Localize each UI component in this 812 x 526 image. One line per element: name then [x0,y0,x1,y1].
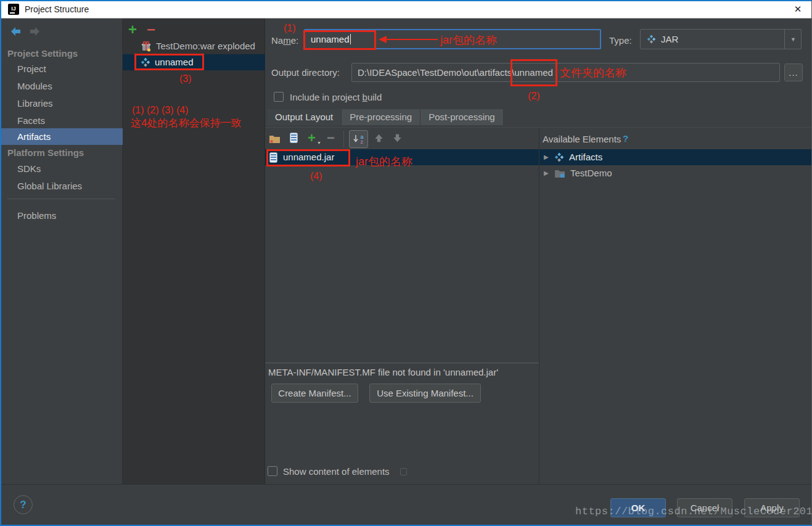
window-border-top [0,0,812,1]
ok-button[interactable]: OK [610,498,666,517]
remove-element-icon[interactable]: − [327,130,335,146]
artifact-item-war-exploded[interactable]: TestDemo:war exploded [123,38,265,54]
create-manifest-button[interactable]: Create Manifest... [271,384,358,403]
include-in-project-build-checkbox[interactable] [274,92,284,102]
toolbar-separator [343,131,344,147]
available-row-label: TestDemo [570,165,612,181]
output-directory-input[interactable]: D:\IDEASpace\TestDemo\out\artifacts\unna… [351,63,780,82]
settings-sidebar: Project Settings Project Modules Librari… [0,18,123,485]
window-border-left [0,0,1,526]
tab-pre-processing[interactable]: Pre-processing [342,109,420,125]
apply-button[interactable]: Apply [744,498,800,517]
available-row-testdemo[interactable]: ▶ TestDemo [539,165,812,181]
tab-output-layout[interactable]: Output Layout [267,109,342,125]
preview-icon [400,468,407,475]
annotation-n2: (2) [528,91,540,102]
artifact-item-label: TestDemo:war exploded [156,38,255,54]
forward-icon[interactable] [28,26,41,39]
add-element-icon[interactable]: + [308,130,316,146]
annotation-n4: (4) [310,171,322,182]
add-artifact-icon[interactable]: + [128,23,137,36]
output-directory-label: Output directory: [271,67,340,78]
jar-file-icon [269,152,277,163]
artifact-diamonds-icon [141,57,150,67]
use-existing-manifest-button[interactable]: Use Existing Manifest... [369,384,481,403]
back-icon[interactable] [10,26,22,39]
artifact-diamonds-icon [554,152,564,162]
output-tree-label: unnamed.jar [283,149,334,165]
expand-icon[interactable]: ▶ [544,165,550,181]
section-header-platform-settings: Platform Settings [7,147,84,158]
titlebar: IJ Project Structure ✕ [0,0,812,18]
sidebar-item-sdks[interactable]: SDKs [0,160,123,177]
sidebar-divider [7,199,115,199]
add-element-caret-icon: ▼ [317,141,321,145]
show-content-label: Show content of elements [283,466,390,477]
section-header-project-settings: Project Settings [7,48,78,59]
text-cursor [350,34,351,44]
sidebar-item-project[interactable]: Project [0,60,123,77]
move-down-icon[interactable] [392,133,403,143]
help-icon[interactable]: ? [623,133,628,144]
manifest-message: META-INF/MANIFEST.MF file not found in '… [268,367,498,377]
manifest-divider [265,363,539,363]
intellij-logo-icon: IJ [8,4,19,15]
sidebar-item-facets[interactable]: Facets [0,112,123,129]
chevron-down-icon[interactable]: ▼ [784,29,802,49]
new-folder-icon[interactable] [269,134,281,144]
project-structure-dialog: IJ Project Structure ✕ Project Settings … [0,0,812,526]
type-select[interactable]: JAR [640,29,802,49]
sidebar-item-modules[interactable]: Modules [0,78,123,94]
close-icon[interactable]: ✕ [784,0,812,18]
jar-type-icon [647,35,656,44]
footer-divider [0,484,812,485]
sidebar-item-problems[interactable]: Problems [0,207,123,224]
cancel-button[interactable]: Cancel [677,498,732,517]
annotation-arrow-line [386,39,438,40]
sidebar-item-libraries[interactable]: Libraries [0,95,123,112]
help-button[interactable]: ? [14,495,33,514]
tab-post-processing[interactable]: Post-processing [420,109,504,125]
available-row-label: Artifacts [569,149,602,165]
add-archive-icon[interactable] [290,133,298,143]
name-label: Name: [271,35,298,46]
available-row-artifacts[interactable]: ▶ Artifacts [539,149,812,165]
type-label: Type: [609,35,632,46]
remove-artifact-icon[interactable]: − [147,23,155,36]
expand-icon[interactable]: ▶ [544,149,550,165]
available-elements-header: Available Elements [543,134,621,144]
layout-tabs: Output Layout Pre-processing Post-proces… [267,109,504,125]
artifact-item-unnamed[interactable]: unnamed [123,54,265,70]
show-content-checkbox[interactable] [268,466,277,476]
name-input[interactable]: unnamed [304,29,601,49]
move-up-icon[interactable] [374,133,384,143]
browse-button[interactable]: ... [784,64,803,81]
module-folder-icon [554,169,565,178]
sidebar-item-artifacts[interactable]: Artifacts [0,128,123,145]
artifact-item-label: unnamed [155,54,194,70]
war-exploded-gift-icon [141,41,152,52]
output-tree-row-unnamed-jar[interactable]: unnamed.jar [265,149,539,165]
window-title: Project Structure [25,4,89,14]
sort-alphabetically-icon[interactable]: az [349,130,368,148]
annotation-n1: (1) [284,23,296,34]
include-in-project-build-label: Include in project build [290,92,382,102]
sidebar-item-global-libraries[interactable]: Global Libraries [0,178,123,194]
content-divider [539,128,539,484]
artifacts-list-panel: + − TestDemo:war exploded [123,18,265,485]
